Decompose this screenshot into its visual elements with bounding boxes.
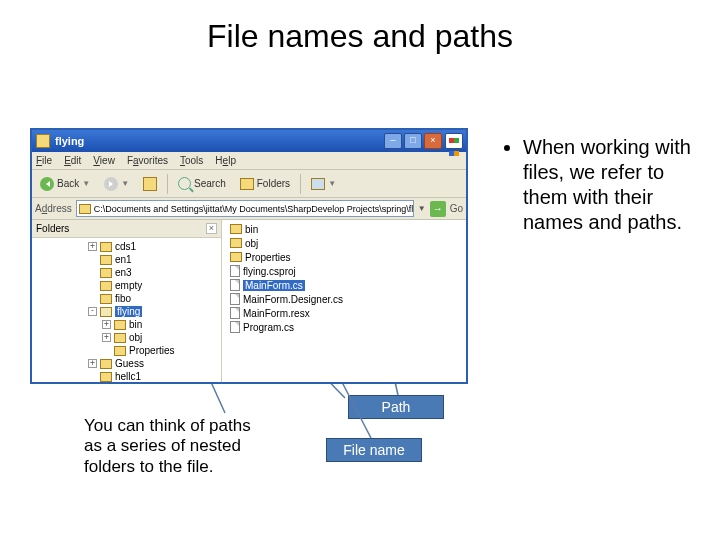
forward-icon (104, 177, 118, 191)
minimize-button[interactable]: – (384, 133, 402, 149)
forward-button[interactable]: ▼ (100, 173, 133, 195)
close-button[interactable]: × (424, 133, 442, 149)
folder-icon (230, 238, 242, 248)
folder-icon (114, 333, 126, 343)
expand-toggle[interactable]: - (88, 307, 97, 316)
file-list[interactable]: binobjPropertiesflying.csprojMainForm.cs… (222, 220, 466, 382)
file-icon (230, 307, 240, 319)
folder-icon (230, 224, 242, 234)
up-icon (143, 177, 157, 191)
search-button[interactable]: Search (174, 173, 230, 195)
file-icon (230, 293, 240, 305)
menu-favorites[interactable]: Favorites (127, 155, 168, 166)
file-item[interactable]: Program.cs (224, 320, 464, 334)
file-item[interactable]: MainForm.cs (224, 278, 464, 292)
address-folder-icon (79, 204, 91, 214)
tree-item-label: fibo (115, 293, 131, 304)
tree-item[interactable]: empty (34, 279, 221, 292)
tree-item[interactable]: -flying (34, 305, 221, 318)
folder-icon (100, 294, 112, 304)
up-button[interactable] (139, 173, 161, 195)
search-icon (178, 177, 191, 190)
file-icon (230, 265, 240, 277)
tree-item-label: empty (115, 280, 142, 291)
file-item[interactable]: MainForm.resx (224, 306, 464, 320)
label-filename-box: File name (326, 438, 422, 462)
folder-icon (100, 255, 112, 265)
menu-view[interactable]: View (93, 155, 115, 166)
menu-file[interactable]: File (36, 155, 52, 166)
tree-item[interactable]: Properties (34, 344, 221, 357)
tree-item-label: en1 (115, 254, 132, 265)
folders-pane: Folders × +cds1en1en3emptyfibo-flying+bi… (32, 220, 222, 382)
titlebar: flying – □ × (32, 130, 466, 152)
folder-icon (100, 268, 112, 278)
tree-item[interactable]: en1 (34, 253, 221, 266)
expand-toggle[interactable]: + (88, 359, 97, 368)
file-item-label: flying.csproj (243, 266, 296, 277)
address-bar: Address C:\Documents and Settings\jittat… (32, 198, 466, 220)
expand-toggle[interactable]: + (102, 333, 111, 342)
go-button[interactable]: → (430, 201, 446, 217)
slide-bullet-container: When working with files, we refer to the… (505, 135, 695, 235)
folders-icon (240, 178, 254, 190)
tree-item-label: bin (129, 319, 142, 330)
address-dropdown-icon[interactable]: ▼ (418, 204, 426, 213)
tree-item[interactable]: +Guess (34, 357, 221, 370)
folders-pane-header: Folders × (32, 220, 221, 238)
folder-icon (100, 372, 112, 382)
folders-pane-close-button[interactable]: × (206, 223, 217, 234)
toolbar: Back▼ ▼ Search Folders ▼ (32, 170, 466, 198)
slide-bullet: When working with files, we refer to the… (523, 135, 695, 235)
folder-icon (100, 281, 112, 291)
window-icon (36, 134, 50, 148)
explorer-window: flying – □ × File Edit View Favorites To… (30, 128, 468, 384)
window-title: flying (55, 135, 384, 147)
tree-item-label: obj (129, 332, 142, 343)
tree-item[interactable]: fibo (34, 292, 221, 305)
menu-tools[interactable]: Tools (180, 155, 203, 166)
folder-icon (100, 242, 112, 252)
file-item-label: MainForm.cs (243, 280, 305, 291)
file-item-label: MainForm.Designer.cs (243, 294, 343, 305)
tree-item[interactable]: en3 (34, 266, 221, 279)
tree-item[interactable]: +bin (34, 318, 221, 331)
views-button[interactable]: ▼ (307, 173, 340, 195)
address-input[interactable]: C:\Documents and Settings\jittat\My Docu… (76, 200, 414, 217)
file-item-label: MainForm.resx (243, 308, 310, 319)
menu-edit[interactable]: Edit (64, 155, 81, 166)
tree-item-label: Properties (129, 345, 175, 356)
views-icon (311, 178, 325, 190)
expand-toggle[interactable]: + (88, 242, 97, 251)
folder-icon (114, 346, 126, 356)
address-path: C:\Documents and Settings\jittat\My Docu… (94, 204, 414, 214)
tree-item[interactable]: +cds1 (34, 240, 221, 253)
file-item-label: bin (245, 224, 258, 235)
file-item-label: Properties (245, 252, 291, 263)
tree-item[interactable]: +obj (34, 331, 221, 344)
file-item[interactable]: MainForm.Designer.cs (224, 292, 464, 306)
folder-tree[interactable]: +cds1en1en3emptyfibo-flying+bin+objPrope… (32, 238, 221, 382)
file-item[interactable]: flying.csproj (224, 264, 464, 278)
folders-pane-title: Folders (36, 223, 69, 234)
expand-toggle[interactable]: + (102, 320, 111, 329)
tree-item-label: flying (115, 306, 142, 317)
caption-paths: You can think of paths as a series of ne… (84, 416, 272, 477)
folder-icon (100, 359, 112, 369)
file-item-label: obj (245, 238, 258, 249)
tree-item-label: hellc1 (115, 371, 141, 382)
menu-help[interactable]: Help (215, 155, 236, 166)
maximize-button[interactable]: □ (404, 133, 422, 149)
file-icon (230, 279, 240, 291)
tree-item-label: Guess (115, 358, 144, 369)
file-item[interactable]: obj (224, 236, 464, 250)
back-button[interactable]: Back▼ (36, 173, 94, 195)
file-item[interactable]: Properties (224, 250, 464, 264)
tree-item[interactable]: hellc1 (34, 370, 221, 382)
folders-button[interactable]: Folders (236, 173, 294, 195)
back-icon (40, 177, 54, 191)
address-label: Address (35, 203, 72, 214)
file-item-label: Program.cs (243, 322, 294, 333)
folder-icon (114, 320, 126, 330)
file-item[interactable]: bin (224, 222, 464, 236)
